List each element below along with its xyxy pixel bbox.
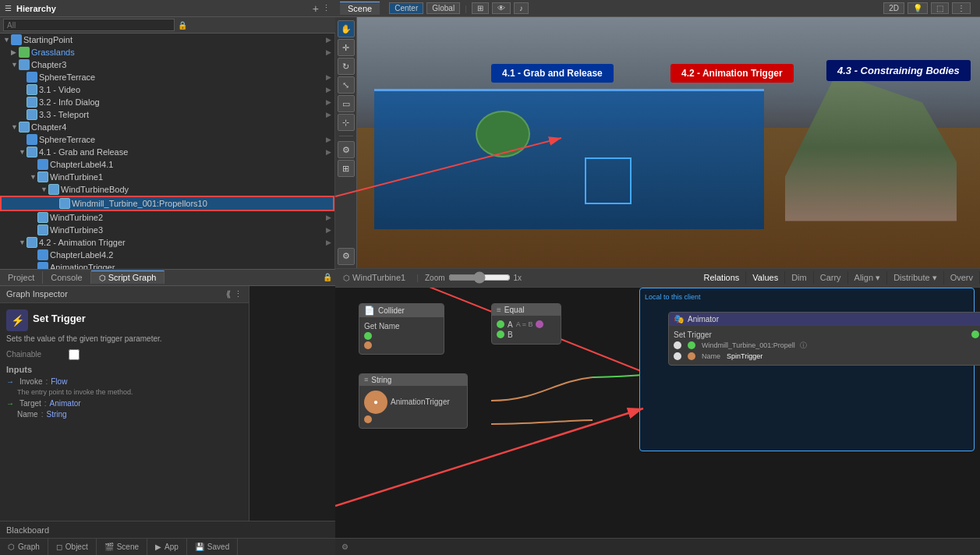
inspector-expand-icon[interactable]: ⟪ [226,289,231,299]
scene-more-btn[interactable]: ⋮ [952,2,971,14]
perspective-btn[interactable]: ⬚ [931,2,949,14]
hierarchy-body: ▼ StartingPoint ▶ ▶ Grasslands ▶ ▼ Chapt… [0,34,335,269]
prefab-icon [27,97,37,108]
custom-tool-btn2[interactable]: ⊞ [338,160,355,177]
rotate-tool-btn[interactable]: ↻ [338,58,355,75]
scale-tool-btn[interactable]: ⤡ [338,76,355,94]
overv-btn[interactable]: Overv [944,271,980,284]
more-options-icon[interactable]: ⋮ [322,3,331,13]
animator-node[interactable]: 🎭 Animator Set Trigger ▶ W [668,312,980,366]
tree-item-propellors[interactable]: ▶ Windmill_Turbine_001:Propellors10 [0,196,334,211]
equal-out-port[interactable] [536,320,543,328]
collider-node[interactable]: 📄 Collider Get Name [359,303,444,355]
arrow-right-icon: ▶ [326,239,334,246]
status-app-btn[interactable]: ▶ App [147,539,187,555]
tree-item-windturbine2[interactable]: ▶ WindTurbine2 ▶ [0,211,334,224]
hand-tool-btn[interactable]: ✋ [338,20,355,37]
status-object-btn[interactable]: ◻ Object [48,539,97,555]
carry-btn[interactable]: Carry [814,271,848,284]
tree-item-32infodialog[interactable]: ▶ 3.2 - Info Dialog ▶ [0,96,334,108]
tree-item-chapterlabel41[interactable]: ▶ ChapterLabel4.1 [0,158,334,171]
equal-a-in-port[interactable] [497,320,504,328]
tree-item-33teleport[interactable]: ▶ 3.3 - Teleport ▶ [0,108,334,121]
tree-item-sphereterrace2[interactable]: ▶ SphereTerrace ▶ [0,133,334,146]
tree-item-31video[interactable]: ▶ 3.1 - Video ▶ [0,83,334,96]
add-button[interactable]: + [313,2,319,15]
hierarchy-search-input[interactable] [3,19,175,31]
equal-node[interactable]: ≡ Equal A A = B B [491,303,561,345]
tree-item-chapter4[interactable]: ▼ Chapter4 [0,121,334,133]
transform-tool-btn[interactable]: ⊹ [338,114,355,131]
tree-item-chapter3[interactable]: ▼ Chapter3 [0,58,334,71]
rect-tool-btn[interactable]: ▭ [338,95,355,112]
animator-in-port4[interactable] [688,352,695,360]
tree-item-chapterlabel42[interactable]: ▶ ChapterLabel4.2 [0,249,334,261]
tree-item-grasslands[interactable]: ▶ Grasslands ▶ [0,46,334,58]
inspector-body: ⚡ Set Trigger Sets the value of the give… [0,303,249,521]
zoom-value: 1x [511,274,525,282]
zoom-slider[interactable] [448,271,511,284]
string-out-port[interactable] [364,415,372,423]
relations-btn[interactable]: Relations [697,271,746,284]
light-btn[interactable]: 💡 [907,2,928,14]
scene-header: Scene Center Global | ⊞ 👁 ♪ 2D 💡 ⬚ ⋮ [335,0,980,17]
tree-item-startingpoint[interactable]: ▼ StartingPoint ▶ [0,34,334,46]
tab-project[interactable]: Project [0,271,43,284]
tree-label: ChapterLabel4.1 [50,160,113,169]
collider-out-port[interactable] [364,332,372,340]
animator-in-port3[interactable] [674,352,681,360]
status-graph-btn[interactable]: ⬡ Graph [0,539,48,555]
string-node[interactable]: ≡ String ● AnimationTrigger [359,373,468,429]
2d-btn[interactable]: 2D [883,2,904,14]
name-type: String [46,410,66,419]
invoke-row: → Invoke : Flow [6,377,242,386]
animator-in-port1[interactable] [674,341,681,349]
tree-item-windturbine3[interactable]: ▶ WindTurbine3 ▶ [0,224,334,236]
audio-btn[interactable]: ♪ [514,2,529,14]
animator-out-port[interactable] [971,331,979,338]
expand-arrow[interactable]: ▼ [30,173,37,181]
settings-icon-btn[interactable]: ⚙ [338,248,355,265]
chainable-checkbox[interactable] [69,349,80,360]
go-icon [27,134,37,145]
center-btn[interactable]: Center [389,2,423,14]
equal-b-in-port[interactable] [497,331,504,338]
tree-label: SphereTerrace [39,72,95,82]
global-btn[interactable]: Global [426,2,460,14]
status-scene-btn[interactable]: 🎬 Scene [97,539,147,555]
tree-item-sphereterrace1[interactable]: ▶ SphereTerrace ▶ [0,71,334,83]
custom-tool-btn[interactable]: ⚙ [338,141,355,158]
values-btn[interactable]: Values [746,271,785,284]
expand-arrow[interactable]: ▼ [19,148,27,156]
tab-console[interactable]: Console [43,271,90,284]
expand-arrow[interactable]: ▼ [11,61,19,69]
tree-item-animtrigger[interactable]: ▶ AnimationTrigger [0,261,334,269]
dim-btn[interactable]: Dim [785,271,814,284]
tree-item-41grab[interactable]: ▼ 4.1 - Grab and Release ▶ [0,146,334,158]
expand-arrow[interactable]: ▶ [11,48,19,56]
inspector-more-icon[interactable]: ⋮ [234,289,242,299]
visibility-btn[interactable]: 👁 [492,2,511,14]
distribute-btn[interactable]: Distribute ▾ [887,271,944,285]
animator-in-port2[interactable] [688,341,695,349]
local-client-box: Local to this client 🎭 Animator Set Trig… [639,288,975,451]
scene-tab[interactable]: Scene [340,2,380,15]
grid-btn[interactable]: ⊞ [472,2,489,14]
collider-orange-port[interactable] [364,341,372,349]
arrow-right-icon: ▶ [326,98,334,106]
tree-item-windturbine1[interactable]: ▼ WindTurbine1 [0,171,334,183]
expand-arrow[interactable]: ▼ [3,36,11,44]
status-saved-btn[interactable]: 💾 Saved [187,539,238,555]
move-tool-btn[interactable]: ✛ [338,39,355,56]
graph-tab-windturbine[interactable]: ⬡ WindTurbine1 [335,270,413,285]
arrow-right-icon: ▶ [326,148,334,156]
tree-item-42anim[interactable]: ▼ 4.2 - Animation Trigger ▶ [0,236,334,249]
tree-item-windturbinebody[interactable]: ▼ WindTurbineBody [0,183,334,196]
tab-script-graph[interactable]: ⬡ Script Graph [91,270,165,284]
expand-arrow[interactable]: ▼ [41,186,48,193]
expand-arrow[interactable]: ▼ [11,123,19,131]
set-trigger-row: Set Trigger ▶ [674,331,980,339]
animator-info-icon[interactable]: ⓘ [800,341,807,351]
expand-arrow[interactable]: ▼ [19,239,27,246]
align-btn[interactable]: Align ▾ [848,271,888,285]
